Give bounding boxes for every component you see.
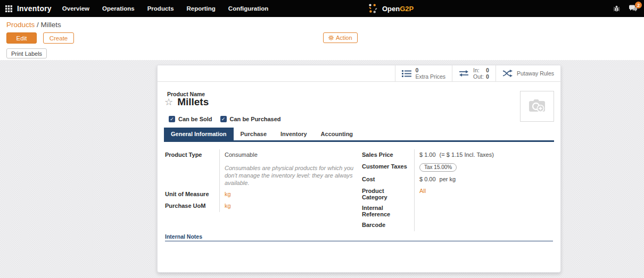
transfer-arrows-icon — [459, 70, 469, 77]
barcode-value — [414, 220, 553, 231]
breadcrumb-separator: / — [35, 21, 40, 29]
tab-inventory[interactable]: Inventory — [274, 128, 314, 140]
product-type-help-text: Consumables are physical products for wh… — [225, 163, 362, 187]
sales-price-label: Sales Price — [362, 149, 414, 161]
message-count-badge: 2 — [635, 2, 642, 9]
extra-prices-label: Extra Prices — [416, 73, 446, 80]
tab-general-information[interactable]: General Information — [164, 128, 234, 140]
shuffle-icon — [502, 70, 513, 77]
checkbox-checked-icon: ✓ — [220, 116, 227, 122]
extra-prices-value: 0 — [416, 67, 446, 73]
form-tabs: General Information Purchase Inventory A… — [164, 128, 554, 142]
product-type-help-spacer — [165, 161, 219, 189]
openg2p-logo: OpenG2P — [367, 0, 414, 17]
product-category-label: Product Category — [362, 186, 414, 203]
in-out-button[interactable]: In: 0 Out: 0 — [452, 65, 496, 81]
apps-menu-icon[interactable] — [5, 5, 12, 12]
internal-reference-value — [414, 203, 553, 220]
nav-item-operations[interactable]: Operations — [102, 5, 135, 12]
cost-amount: $ 0.00 — [419, 176, 436, 182]
can-be-sold-label: Can be Sold — [178, 116, 212, 122]
product-category-value: All — [414, 186, 553, 203]
out-value: 0 — [486, 73, 489, 80]
logo-g2p: G2P — [400, 5, 414, 13]
edit-button[interactable]: Edit — [6, 32, 37, 44]
content-area: 0 Extra Prices In: 0 Out: — [0, 60, 644, 278]
top-navbar: Inventory Overview Operations Products R… — [0, 0, 644, 17]
action-button-label: Action — [336, 35, 352, 41]
messages-icon[interactable]: 2 — [629, 5, 638, 12]
purchase-uom-label: Purchase UoM — [165, 200, 219, 212]
product-type-value: Consumable — [219, 149, 362, 161]
cost-value: $ 0.00per kg — [414, 174, 553, 186]
internal-reference-label: Internal Reference — [362, 203, 414, 220]
product-category-link[interactable]: All — [419, 188, 426, 194]
breadcrumb-products-link[interactable]: Products — [6, 21, 35, 29]
control-panel: Products / Millets Edit Create Action Pr… — [0, 17, 644, 60]
nav-item-configuration[interactable]: Configuration — [228, 5, 268, 12]
unit-of-measure-value: kg — [219, 189, 362, 200]
topbar-right-icons: 2 — [613, 0, 638, 17]
action-button[interactable]: Action — [323, 32, 358, 43]
customer-taxes-label: Customer Taxes — [362, 161, 414, 174]
can-be-sold-checkbox[interactable]: ✓ Can be Sold — [169, 116, 212, 122]
sales-price-incl-taxes: (= $ 1.15 Incl. Taxes) — [440, 151, 494, 158]
unit-of-measure-label: Unit of Measure — [165, 189, 219, 200]
product-type-help: Consumables are physical products for wh… — [219, 161, 362, 189]
list-icon — [402, 70, 411, 78]
openg2p-logo-text: OpenG2P — [382, 5, 414, 13]
camera-plus-icon — [527, 98, 547, 114]
logo-open: Open — [382, 5, 400, 13]
gear-icon — [328, 35, 334, 40]
in-label: In: — [473, 67, 486, 73]
page: Inventory Overview Operations Products R… — [0, 0, 644, 278]
product-title-row: ☆ Millets — [164, 96, 209, 108]
print-labels-button[interactable]: Print Labels — [6, 48, 47, 58]
favorite-star-icon[interactable]: ☆ — [164, 97, 173, 107]
breadcrumb: Products / Millets — [6, 21, 61, 29]
nav-item-overview[interactable]: Overview — [62, 5, 89, 12]
sales-price-value: $ 1.00(= $ 1.15 Incl. Taxes) — [414, 149, 553, 161]
barcode-label: Barcode — [362, 220, 414, 231]
checkbox-checked-icon: ✓ — [169, 116, 175, 122]
openg2p-logo-icon — [367, 3, 379, 14]
debug-bug-icon[interactable] — [613, 5, 620, 12]
product-image-placeholder[interactable] — [520, 91, 554, 122]
product-name-value: Millets — [177, 96, 209, 108]
form-left-column: Product Type Consumable Consumables are … — [165, 149, 362, 231]
breadcrumb-current: Millets — [41, 21, 61, 29]
putaway-rules-button[interactable]: Putaway Rules — [496, 65, 560, 81]
internal-notes-section[interactable]: Internal Notes — [165, 233, 553, 241]
purchase-uom-link[interactable]: kg — [225, 203, 231, 209]
product-type-label: Product Type — [165, 149, 219, 161]
out-label: Out: — [473, 73, 486, 80]
cost-per-uom: per kg — [440, 176, 456, 182]
stat-button-bar: 0 Extra Prices In: 0 Out: — [158, 65, 560, 82]
putaway-rules-label: Putaway Rules — [517, 70, 554, 77]
create-button[interactable]: Create — [43, 32, 74, 44]
general-information-form: Product Type Consumable Consumables are … — [165, 149, 553, 231]
form-right-column: Sales Price $ 1.00(= $ 1.15 Incl. Taxes)… — [362, 149, 553, 231]
can-be-purchased-label: Can be Purchased — [230, 116, 281, 122]
internal-notes-label: Internal Notes — [165, 233, 553, 240]
tab-accounting[interactable]: Accounting — [314, 128, 360, 140]
extra-prices-button[interactable]: 0 Extra Prices — [395, 65, 452, 81]
uom-link[interactable]: kg — [225, 191, 231, 197]
customer-taxes-value: Tax 15.00% — [414, 161, 553, 174]
tax-tag[interactable]: Tax 15.00% — [419, 163, 457, 172]
tab-purchase[interactable]: Purchase — [234, 128, 274, 140]
purchase-uom-value: kg — [219, 200, 362, 212]
sales-price-amount: $ 1.00 — [419, 151, 436, 158]
in-value: 0 — [486, 67, 489, 73]
grid-icon — [5, 5, 12, 12]
capability-checkboxes: ✓ Can be Sold ✓ Can be Purchased — [169, 116, 281, 122]
app-name[interactable]: Inventory — [17, 4, 52, 13]
cost-label: Cost — [362, 174, 414, 186]
can-be-purchased-checkbox[interactable]: ✓ Can be Purchased — [220, 116, 281, 122]
nav-item-products[interactable]: Products — [147, 5, 174, 12]
nav-item-reporting[interactable]: Reporting — [187, 5, 216, 12]
product-form-card: 0 Extra Prices In: 0 Out: — [157, 65, 561, 273]
